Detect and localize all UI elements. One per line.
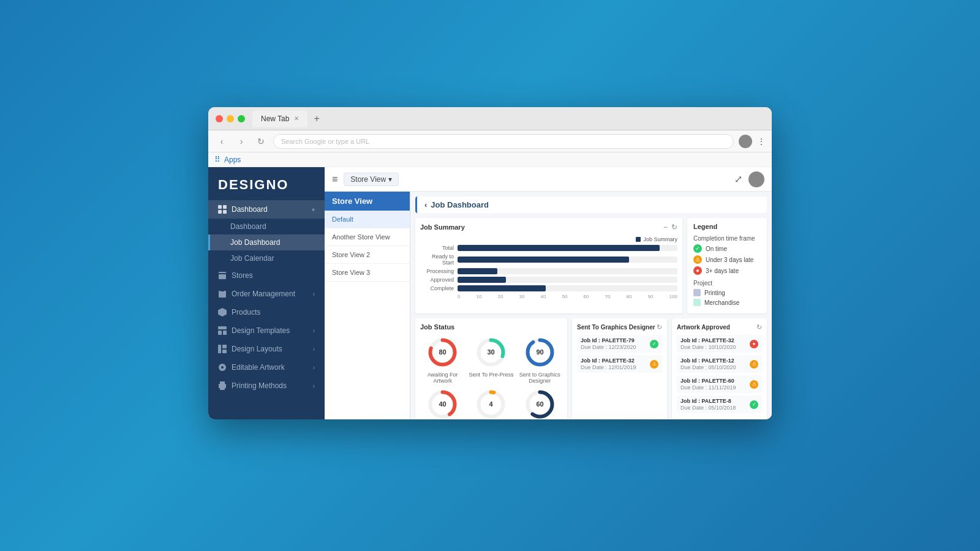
sidebar-item-order-management[interactable]: Order Management › bbox=[208, 285, 325, 303]
sidebar-item-editable-artwork[interactable]: Editable Artwork › bbox=[208, 358, 325, 377]
refresh-card-button[interactable]: ↻ bbox=[671, 223, 677, 231]
under-3-label: Under 3 days late bbox=[706, 257, 753, 263]
svg-rect-8 bbox=[220, 294, 225, 295]
chart-legend-label: Job Summary bbox=[643, 236, 677, 242]
store-view-label: Store View bbox=[350, 175, 386, 184]
chart-legend-top: Job Summary bbox=[420, 236, 677, 242]
svg-text:90: 90 bbox=[536, 348, 543, 356]
minimize-card-button[interactable]: − bbox=[663, 223, 668, 231]
sidebar-sub-item-job-dashboard[interactable]: Job Dashboard bbox=[208, 234, 325, 250]
sidebar-item-printing-methods[interactable]: Printing Methods › bbox=[208, 377, 325, 395]
artwork-approved-card: Artwork Approved ↻ Job Id : PALETTE-32 D… bbox=[672, 318, 767, 419]
job-summary-title: Job Summary bbox=[420, 223, 465, 231]
bar-fill-complete bbox=[458, 285, 546, 291]
project-legend-section: Project Printing Merchandise bbox=[693, 280, 761, 306]
apps-label[interactable]: Apps bbox=[224, 156, 241, 164]
status-dot-yellow-60: ⚠ bbox=[750, 380, 758, 389]
job-info-32a: Job Id : PALETTE-32 Due Date : 10/10/202… bbox=[680, 337, 736, 350]
bar-label-approved: Approved bbox=[420, 277, 454, 283]
reload-button[interactable]: ↻ bbox=[254, 137, 268, 146]
address-bar[interactable]: Search Google or type a URL bbox=[273, 134, 734, 149]
minimize-button[interactable] bbox=[227, 115, 234, 122]
sidebar-item-products[interactable]: Products bbox=[208, 303, 325, 321]
sidebar-sub-item-dashboard[interactable]: Dashboard bbox=[208, 219, 325, 234]
job-id-12: Job Id : PALETTE-12 bbox=[680, 358, 736, 364]
svg-rect-6 bbox=[221, 290, 224, 291]
status-dot-yellow-32: ⚠ bbox=[650, 360, 658, 369]
job-summary-card-header: Job Summary − ↻ bbox=[420, 223, 677, 231]
main-header-right: ⤢ bbox=[734, 171, 764, 187]
svg-text:60: 60 bbox=[536, 400, 543, 408]
svg-rect-7 bbox=[220, 293, 225, 294]
store-item-2[interactable]: Store View 2 bbox=[325, 246, 410, 264]
store-sidebar-header: Store View bbox=[325, 192, 410, 211]
main-header: ≡ Store View ▾ ⤢ bbox=[325, 167, 772, 192]
store-item-another[interactable]: Another Store View bbox=[325, 228, 410, 246]
maximize-button[interactable] bbox=[238, 115, 245, 122]
sidebar-sub-item-job-calendar[interactable]: Job Calendar bbox=[208, 250, 325, 266]
job-id-79: Job Id : PALETTE-79 bbox=[581, 337, 636, 343]
job-row-info-32: Job Id : PALETTE-32 Due Date : 12/01/201… bbox=[581, 358, 636, 370]
browser-menu-button[interactable]: ⋮ bbox=[757, 137, 766, 146]
user-avatar[interactable] bbox=[748, 171, 764, 187]
bar-row-complete: Complete bbox=[420, 285, 677, 291]
new-tab-button[interactable]: + bbox=[310, 113, 323, 124]
fullscreen-button[interactable]: ⤢ bbox=[734, 173, 742, 185]
artwork-refresh-button[interactable]: ↻ bbox=[756, 323, 762, 331]
job-due-79: Due Date : 12/23/2020 bbox=[581, 344, 636, 350]
bar-label-complete: Complete bbox=[420, 285, 454, 291]
job-due-12: Due Date : 05/10/2020 bbox=[680, 364, 736, 370]
store-item-default[interactable]: Default bbox=[325, 211, 410, 228]
legend-dot bbox=[636, 237, 641, 242]
job-row-palette-79: Job Id : PALETTE-79 Due Date : 12/23/202… bbox=[577, 335, 662, 353]
active-tab[interactable]: New Tab ✕ bbox=[252, 110, 307, 127]
close-button[interactable] bbox=[216, 115, 223, 122]
store-item-3[interactable]: Store View 3 bbox=[325, 264, 410, 282]
chevron-icon-design-layouts: › bbox=[313, 346, 315, 353]
legend-item-under-3: ⚠ Under 3 days late bbox=[693, 255, 761, 264]
artwork-approved-title: Artwork Approved bbox=[677, 324, 730, 331]
job-info-60: Job Id : PALETTE-60 Due Date : 11/11/201… bbox=[680, 378, 736, 391]
store-view-button[interactable]: Store View ▾ bbox=[344, 173, 399, 186]
bar-container-complete bbox=[458, 285, 677, 291]
clipboard-icon bbox=[218, 290, 227, 298]
sidebar-item-stores[interactable]: Stores bbox=[208, 266, 325, 285]
back-arrow-icon: ‹ bbox=[424, 200, 427, 209]
svg-text:40: 40 bbox=[439, 400, 447, 408]
grid-icon bbox=[218, 205, 227, 214]
donut-grid: 80 Awaiting For Artwork 30 bbox=[420, 335, 562, 419]
job-row-palette-32: Job Id : PALETTE-32 Due Date : 12/01/201… bbox=[577, 355, 662, 373]
job-due-8: Due Date : 05/10/2018 bbox=[680, 405, 736, 411]
dashboard-main: ‹ Job Dashboard Job Summary − ↻ bbox=[410, 192, 772, 419]
svg-rect-12 bbox=[223, 331, 227, 335]
sidebar-item-design-layouts[interactable]: Design Layouts › bbox=[208, 340, 325, 358]
tab-bar: New Tab ✕ + bbox=[252, 110, 764, 127]
completion-time-title: Completion time frame bbox=[693, 235, 761, 242]
sent-graphics-refresh-button[interactable]: ↻ bbox=[657, 323, 662, 331]
legend-item-printing: Printing bbox=[693, 289, 761, 296]
sidebar-item-label-dashboard: Dashboard bbox=[232, 205, 307, 214]
sidebar-item-dashboard[interactable]: Dashboard ▾ bbox=[208, 200, 325, 219]
hamburger-button[interactable]: ≡ bbox=[332, 174, 337, 185]
job-info-8: Job Id : PALETTE-8 Due Date : 05/10/2018 bbox=[680, 398, 736, 411]
job-id-32s: Job Id : PALETTE-32 bbox=[581, 358, 636, 364]
sidebar-item-label-order-management: Order Management bbox=[232, 290, 308, 298]
job-id-60: Job Id : PALETTE-60 bbox=[680, 378, 736, 384]
donut-sent-graphics: 90 Sent to Graphics Designer bbox=[518, 335, 562, 384]
svg-rect-10 bbox=[218, 326, 227, 329]
svg-rect-2 bbox=[218, 210, 222, 214]
printing-label: Printing bbox=[704, 290, 725, 296]
donut-awaiting-artwork: 80 Awaiting For Artwork bbox=[420, 335, 465, 384]
sidebar-item-design-templates[interactable]: Design Templates › bbox=[208, 321, 325, 340]
bar-container-total bbox=[458, 245, 677, 251]
tab-close-icon[interactable]: ✕ bbox=[294, 115, 299, 122]
legend-card: Legend Completion time frame ✓ On time ⚠… bbox=[687, 218, 767, 313]
sent-to-graphics-card: Sent To Graphics Designer ↻ Job Id : PAL… bbox=[572, 318, 667, 419]
forward-button[interactable]: › bbox=[234, 137, 249, 146]
bar-fill-processing bbox=[458, 268, 497, 274]
svg-text:80: 80 bbox=[439, 348, 447, 356]
under-3-indicator: ⚠ bbox=[693, 255, 702, 264]
browser-toolbar: ‹ › ↻ Search Google or type a URL ⋮ bbox=[208, 130, 772, 152]
back-button[interactable]: ‹ bbox=[214, 137, 229, 146]
sidebar-logo: DESIGNO bbox=[208, 167, 325, 200]
